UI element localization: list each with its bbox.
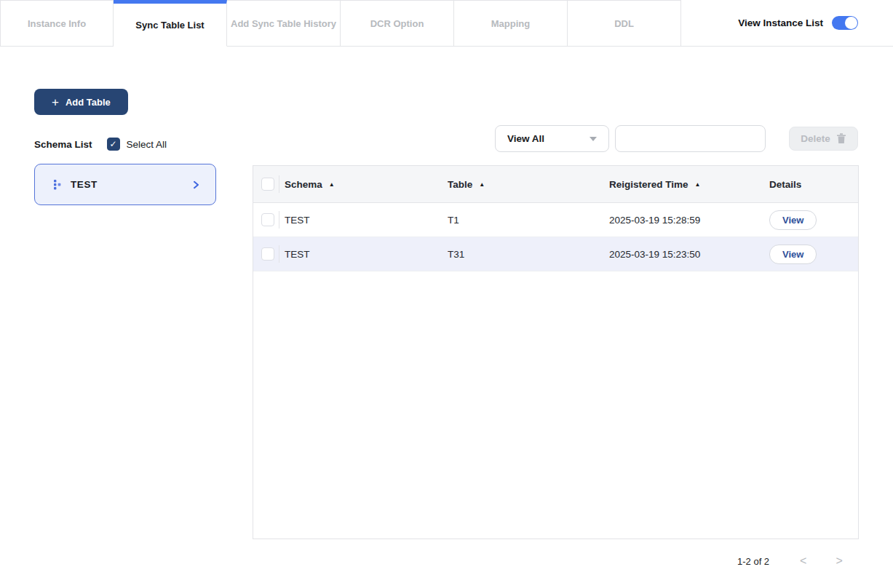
search-input[interactable]: [630, 133, 758, 144]
row-checkbox-cell: [253, 237, 279, 271]
schema-list-header: Schema List ✓ Select All: [34, 137, 167, 151]
check-icon: ✓: [110, 139, 117, 149]
schema-list-title: Schema List: [34, 139, 92, 150]
select-all-rows-checkbox[interactable]: [261, 178, 274, 191]
app: Instance Info Sync Table List Add Sync T…: [0, 0, 893, 588]
row-checkbox-cell: [253, 203, 279, 237]
content: + Add Table Schema List ✓ Select All TES…: [0, 47, 893, 588]
column-header-registered-time[interactable]: Reigistered Time ▲: [604, 179, 764, 190]
cell-registered-time: 2025-03-19 15:28:59: [604, 215, 764, 226]
cell-details: View: [764, 210, 858, 230]
sync-table: Schema ▲ Table ▲ Reigistered Time ▲ Deta…: [253, 165, 859, 539]
select-all-checkbox[interactable]: ✓: [107, 138, 120, 151]
column-header-table[interactable]: Table ▲: [442, 179, 604, 190]
cell-table: T31: [442, 249, 604, 260]
tab-add-sync-table-history[interactable]: Add Sync Table History: [227, 0, 341, 47]
table-row: TEST T31 2025-03-19 15:23:50 View: [253, 237, 858, 271]
add-table-label: Add Table: [66, 97, 111, 108]
dropdown-value: View All: [507, 133, 544, 144]
tab-label: Instance Info: [28, 18, 86, 29]
table-header-row: Schema ▲ Table ▲ Reigistered Time ▲ Deta…: [253, 166, 858, 203]
cell-schema: TEST: [279, 215, 442, 226]
search-box: [615, 125, 766, 152]
tab-bar: Instance Info Sync Table List Add Sync T…: [0, 0, 893, 47]
schema-name: TEST: [71, 179, 98, 190]
cell-details: View: [764, 245, 858, 264]
cell-registered-time: 2025-03-19 15:23:50: [604, 249, 764, 260]
select-all-label: Select All: [127, 139, 167, 150]
view-button[interactable]: View: [769, 245, 817, 264]
tab-sync-table-list[interactable]: Sync Table List: [114, 0, 227, 47]
chevron-down-icon: [590, 137, 597, 141]
plus-icon: +: [52, 96, 59, 108]
tab-label: Mapping: [491, 18, 530, 29]
pagination: 1-2 of 2 < >: [737, 555, 843, 568]
tab-bar-end: View Instance List: [681, 0, 893, 47]
view-instance-list-label: View Instance List: [738, 17, 823, 28]
previous-page-icon[interactable]: <: [800, 555, 806, 568]
tab-label: Add Sync Table History: [231, 18, 336, 29]
trash-icon: [836, 133, 846, 144]
delete-button[interactable]: Delete: [789, 127, 858, 151]
table-row: TEST T1 2025-03-19 15:28:59 View: [253, 203, 858, 237]
view-button[interactable]: View: [769, 210, 817, 230]
tab-ddl[interactable]: DDL: [568, 0, 681, 47]
row-checkbox[interactable]: [261, 213, 274, 226]
tab-mapping[interactable]: Mapping: [454, 0, 568, 47]
schema-item-test[interactable]: TEST: [34, 164, 216, 205]
schema-tree-icon: [52, 179, 63, 190]
tab-label: Sync Table List: [135, 20, 204, 31]
toggle-knob: [845, 17, 857, 29]
next-page-icon[interactable]: >: [836, 555, 842, 568]
view-instance-list-toggle[interactable]: [832, 16, 858, 30]
column-header-details: Details: [764, 179, 858, 190]
tab-dcr-option[interactable]: DCR Option: [341, 0, 454, 47]
view-all-dropdown[interactable]: View All: [495, 125, 609, 152]
tab-label: DDL: [614, 18, 634, 29]
add-table-button[interactable]: + Add Table: [34, 89, 128, 115]
cell-table: T1: [442, 215, 604, 226]
sort-asc-icon: ▲: [479, 181, 485, 188]
pagination-range: 1-2 of 2: [737, 556, 769, 567]
chevron-right-icon: [191, 180, 201, 190]
header-checkbox-cell: [253, 166, 279, 202]
sort-asc-icon: ▲: [695, 181, 701, 188]
row-checkbox[interactable]: [261, 247, 274, 261]
cell-schema: TEST: [279, 249, 442, 260]
column-header-schema[interactable]: Schema ▲: [279, 179, 442, 190]
delete-label: Delete: [801, 133, 830, 144]
tab-label: DCR Option: [370, 18, 424, 29]
tab-instance-info[interactable]: Instance Info: [0, 0, 114, 47]
sort-asc-icon: ▲: [329, 181, 335, 188]
